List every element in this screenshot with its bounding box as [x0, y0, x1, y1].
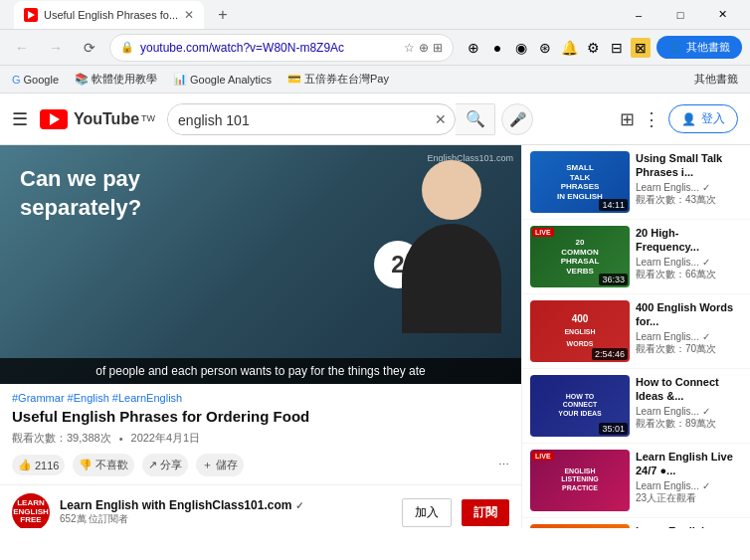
person-icon: 👤 — [668, 41, 682, 54]
sidebar-thumb-0: SMALL TALKPHRASESIN ENGLISH 14:11 — [530, 151, 630, 213]
youtube-logo-icon — [40, 109, 68, 129]
more-options-icon[interactable]: ⋮ — [643, 108, 660, 130]
subtitle-text: of people and each person wants to pay f… — [95, 364, 426, 378]
bookmark-google[interactable]: G Google — [8, 72, 63, 88]
menu-button[interactable]: ☰ — [12, 108, 28, 130]
reload-button[interactable]: ⟳ — [76, 34, 103, 62]
bookmark-other[interactable]: 其他書籤 — [690, 70, 742, 89]
youtube-logo[interactable]: YouTube TW — [40, 109, 155, 129]
forward-button[interactable]: → — [42, 34, 70, 62]
more-actions-button[interactable]: ⋯ — [498, 459, 509, 471]
url-text: youtube.com/watch?v=W80N-m8Z9Ac — [140, 41, 398, 55]
video-subtitle: of people and each person wants to pay f… — [0, 358, 521, 384]
subscribe-button[interactable]: 訂閱 — [462, 499, 509, 526]
search-clear-button[interactable]: ✕ — [427, 104, 455, 134]
ext-icon-2[interactable]: ● — [487, 38, 507, 58]
bookmark-pay-label: 五倍券在台灣Pay — [304, 72, 389, 87]
verified-icon: ✓ — [295, 500, 303, 511]
browser-signin-button[interactable]: 👤 其他書籤 — [656, 36, 742, 59]
sidebar: SMALL TALKPHRASESIN ENGLISH 14:11 Using … — [521, 145, 750, 528]
thumb-label-1: 20 COMMONPHRASALVERBS — [555, 236, 605, 278]
sidebar-info-3: How to Connect Ideas &... Learn Englis..… — [636, 375, 742, 437]
view-count: 觀看次數：39,388次 — [12, 431, 111, 446]
channel-avatar[interactable]: LEARNENGLISHFREE — [12, 493, 50, 528]
bookmark-pay[interactable]: 💳 五倍券在台灣Pay — [283, 70, 393, 89]
sidebar-title-2: 400 English Words for... — [636, 300, 742, 329]
voice-search-button[interactable]: 🎤 — [501, 103, 533, 135]
bookmark-icon[interactable]: ☆ — [404, 41, 415, 55]
video-info: #Grammar #English #LearnEnglish Useful E… — [0, 384, 521, 484]
grid-icon[interactable]: ⊞ — [620, 108, 635, 130]
tab-title: Useful English Phrases fo... — [44, 9, 178, 21]
close-button[interactable]: ✕ — [702, 1, 742, 29]
search-wrapper: ✕ — [167, 103, 456, 135]
video-meta: 觀看次數：39,388次 • 2022年4月1日 — [12, 431, 509, 446]
maximize-button[interactable]: □ — [660, 1, 700, 29]
sidebar-views-4: 23人正在觀看 — [636, 491, 742, 505]
sidebar-item-1[interactable]: LIVE 20 COMMONPHRASALVERBS 36:33 20 High… — [522, 220, 750, 294]
dislike-button[interactable]: 👎 不喜歡 — [73, 454, 134, 476]
software-icon: 📚 — [75, 73, 89, 86]
ext-icon-3[interactable]: ◉ — [511, 38, 531, 58]
dislike-icon: 👎 — [79, 459, 93, 471]
search-button[interactable]: 🔍 — [456, 103, 495, 135]
sidebar-title-4: Learn English Live 24/7 ●... — [636, 450, 742, 478]
join-button[interactable]: 加入 — [402, 498, 452, 527]
ext-icon-1[interactable]: ⊕ — [464, 38, 483, 58]
google-favicon: G — [12, 74, 21, 86]
sidebar-thumb-4: LIVE ENGLISHLISTENINGPRACTICE — [530, 450, 630, 511]
youtube-signin-button[interactable]: 👤 登入 — [668, 104, 738, 133]
video-title: Useful English Phrases for Ordering Food — [12, 408, 509, 425]
active-tab[interactable]: Useful English Phrases fo... ✕ — [14, 1, 204, 29]
sidebar-info-0: Using Small Talk Phrases i... Learn Engl… — [636, 151, 742, 213]
user-icon: 👤 — [681, 112, 696, 126]
ext-icon-4[interactable]: ⊛ — [535, 38, 555, 58]
bookmark-analytics[interactable]: 📊 Google Analytics — [169, 71, 276, 88]
bookmark-analytics-label: Google Analytics — [190, 74, 272, 86]
minimize-button[interactable]: – — [619, 1, 658, 29]
video-background: Can we payseparately? EnglishClass101.co… — [0, 145, 521, 384]
ext-icon-8[interactable]: ⊠ — [631, 38, 651, 58]
analytics-icon: 📊 — [173, 73, 187, 86]
ext-icon-7[interactable]: ⊟ — [607, 38, 627, 58]
sidebar-item-2[interactable]: 400ENGLISHWORDS 2:54:46 400 English Word… — [522, 294, 750, 369]
youtube-app: ☰ YouTube TW ✕ 🔍 🎤 ⊞ ⋮ 👤 登入 — [0, 93, 750, 528]
save-button[interactable]: ＋ 儲存 — [196, 454, 244, 476]
video-tags: #Grammar #English #LearnEnglish — [12, 392, 509, 404]
sidebar-thumb-5: BUSINESS — [530, 524, 630, 528]
bookmark-other-label: 其他書籤 — [694, 72, 738, 87]
channel-subscribers: 652萬 位訂閱者 — [60, 512, 392, 526]
sidebar-views-1: 觀看次數：66萬次 — [636, 268, 742, 281]
live-badge-4: LIVE — [532, 452, 554, 461]
back-button[interactable]: ← — [8, 34, 36, 62]
ext-icon-5[interactable]: 🔔 — [559, 38, 579, 58]
pay-icon: 💳 — [287, 73, 301, 86]
sidebar-info-4: Learn English Live 24/7 ●... Learn Engli… — [636, 450, 742, 511]
like-button[interactable]: 👍 2116 — [12, 455, 65, 475]
sidebar-thumb-3: HOW TO CONNECTYOUR IDEAS 35:01 — [530, 375, 630, 437]
share-button[interactable]: ↗ 分享 — [142, 454, 188, 476]
search-input[interactable] — [168, 104, 427, 135]
share-icon: ↗ — [148, 459, 157, 471]
bookmark-software[interactable]: 📚 軟體使用教學 — [71, 70, 161, 89]
sidebar-info-2: 400 English Words for... Learn Englis...… — [636, 300, 742, 362]
new-tab-button[interactable]: + — [214, 6, 231, 24]
sidebar-item-5[interactable]: BUSINESS Learn English Business... Learn… — [522, 518, 750, 528]
video-player[interactable]: Can we payseparately? EnglishClass101.co… — [0, 145, 521, 384]
sidebar-item-4[interactable]: LIVE ENGLISHLISTENINGPRACTICE Learn Engl… — [522, 444, 750, 518]
video-actions: 👍 2116 👎 不喜歡 ↗ 分享 ＋ 儲存 ⋯ — [12, 454, 509, 476]
video-text-overlay: Can we payseparately? — [20, 165, 141, 222]
sidebar-item-0[interactable]: SMALL TALKPHRASESIN ENGLISH 14:11 Using … — [522, 145, 750, 220]
thumb-duration-1: 36:33 — [599, 274, 628, 285]
channel-name-text: Learn English with EnglishClass101.com — [60, 498, 291, 512]
sidebar-item-3[interactable]: HOW TO CONNECTYOUR IDEAS 35:01 How to Co… — [522, 369, 750, 444]
extensions-icon[interactable]: ⊞ — [433, 41, 443, 55]
sidebar-channel-2: Learn Englis... ✓ — [636, 331, 742, 342]
translate-icon[interactable]: ⊕ — [419, 41, 429, 55]
channel-info: Learn English with EnglishClass101.com ✓… — [60, 498, 392, 526]
url-bar[interactable]: 🔒 youtube.com/watch?v=W80N-m8Z9Ac ☆ ⊕ ⊞ — [109, 34, 454, 62]
ext-icon-6[interactable]: ⚙ — [583, 38, 603, 58]
tab-close-button[interactable]: ✕ — [184, 8, 194, 22]
sidebar-channel-0: Learn Englis... ✓ — [636, 182, 742, 193]
sidebar-channel-3: Learn Englis... ✓ — [636, 406, 742, 417]
